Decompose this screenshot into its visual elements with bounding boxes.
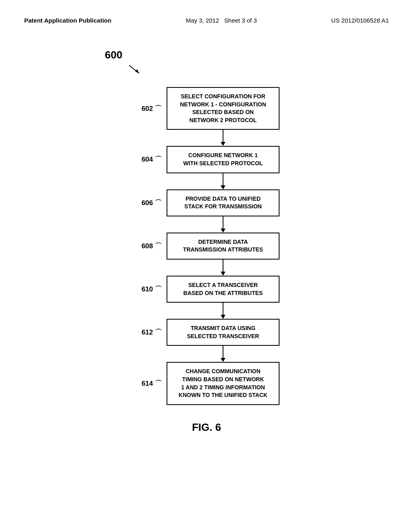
step-label-614: 614 ⌒: [133, 379, 162, 388]
flow-step-614: 614 ⌒ CHANGE COMMUNICATIONTIMING BASED O…: [133, 362, 280, 405]
figure-number: 600: [105, 49, 122, 61]
svg-marker-1: [135, 69, 139, 73]
step-box-610: SELECT A TRANSCEIVERBASED ON THE ATTRIBU…: [167, 276, 280, 303]
step-label-612: 612 ⌒: [133, 328, 162, 337]
connector-608-610: [167, 260, 280, 276]
step-label-610: 610 ⌒: [133, 285, 162, 294]
flow-step-604: 604 ⌒ CONFIGURE NETWORK 1WITH SELECTED P…: [133, 146, 280, 173]
start-arrow-icon: [125, 63, 141, 75]
flow-step-608: 608 ⌒ DETERMINE DATATRANSMISSION ATTRIBU…: [133, 233, 280, 260]
step-label-608: 608 ⌒: [133, 241, 162, 251]
flow-step-610: 610 ⌒ SELECT A TRANSCEIVERBASED ON THE A…: [133, 276, 280, 303]
connector-610-612: [167, 303, 280, 319]
flow-step-602: 602 ⌒ SELECT CONFIGURATION FORNETWORK 1 …: [133, 87, 280, 130]
flow-step-606: 606 ⌒ PROVIDE DATA TO UNIFIEDSTACK FOR T…: [133, 189, 280, 216]
diagram-container: 600 602 ⌒ SELECT CONFIGURATION FORNETWOR…: [0, 33, 413, 446]
step-box-604: CONFIGURE NETWORK 1WITH SELECTED PROTOCO…: [167, 146, 280, 173]
step-label-604: 604 ⌒: [133, 155, 162, 164]
flow-step-612: 612 ⌒ TRANSMIT DATA USINGSELECTED TRANSC…: [133, 319, 280, 346]
step-box-602: SELECT CONFIGURATION FORNETWORK 1 - CONF…: [167, 87, 280, 130]
figure-caption: FIG. 6: [192, 421, 221, 434]
step-box-612: TRANSMIT DATA USINGSELECTED TRANSCEIVER: [167, 319, 280, 346]
flow-wrapper: 602 ⌒ SELECT CONFIGURATION FORNETWORK 1 …: [133, 87, 280, 405]
step-label-602: 602 ⌒: [133, 104, 162, 113]
page-header: Patent Application Publication May 3, 20…: [0, 0, 413, 33]
header-publication: Patent Application Publication: [24, 16, 111, 25]
connector-602-604: [167, 130, 280, 146]
step-box-608: DETERMINE DATATRANSMISSION ATTRIBUTES: [167, 233, 280, 260]
header-patent-number: US 2012/0106528 A1: [331, 16, 389, 25]
step-label-606: 606 ⌒: [133, 198, 162, 208]
step-box-606: PROVIDE DATA TO UNIFIEDSTACK FOR TRANSMI…: [167, 189, 280, 216]
step-box-614: CHANGE COMMUNICATIONTIMING BASED ON NETW…: [167, 362, 280, 405]
connector-612-614: [167, 346, 280, 362]
connector-604-606: [167, 173, 280, 189]
header-date-sheet: May 3, 2012 Sheet 3 of 3: [186, 16, 257, 25]
connector-606-608: [167, 216, 280, 233]
